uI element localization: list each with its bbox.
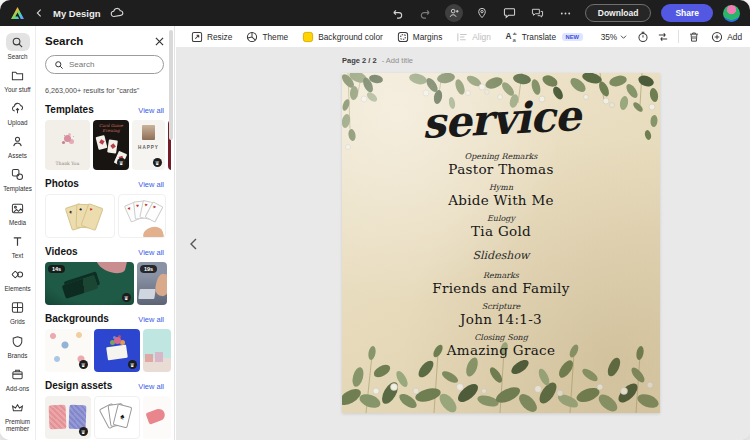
search-input-box[interactable] <box>45 55 164 74</box>
svg-text:a: a <box>512 37 516 43</box>
comment-icon[interactable] <box>501 4 519 22</box>
search-icon <box>6 33 30 51</box>
add-page-button[interactable]: Add <box>704 31 742 43</box>
sidebar-item-premium-member[interactable]: Premium member <box>1 399 35 433</box>
zoom-level-dropdown[interactable]: 35% <box>595 32 634 42</box>
program-item[interactable]: Closing Song Amazing Grace <box>342 333 660 358</box>
card-back-decoration <box>49 405 67 430</box>
user-avatar[interactable] <box>723 5 740 22</box>
program-item[interactable]: Eulogy Tia Gold <box>342 214 660 239</box>
search-input[interactable] <box>69 60 159 69</box>
sidebar-item-add-ons[interactable]: Add-ons <box>1 365 35 392</box>
redo-icon[interactable] <box>417 4 435 22</box>
video-thumbnail-laptop[interactable]: 19s <box>137 262 167 305</box>
laptop-decoration <box>138 289 155 299</box>
sidebar-item-templates[interactable]: Templates <box>1 166 35 193</box>
cloud-sync-icon[interactable] <box>110 7 124 19</box>
view-all-photos-link[interactable]: View all <box>138 180 164 189</box>
background-thumbnail-flower-envelope[interactable]: ♛ <box>94 329 140 372</box>
program-item[interactable]: Hymn Abide With Me <box>342 183 660 208</box>
templates-row: Thank You Card Game Evening ♛ HAPPY ♛ <box>45 120 171 170</box>
premium-crown-badge: ♛ <box>128 360 137 369</box>
view-all-backgrounds-link[interactable]: View all <box>138 315 164 324</box>
panel-collapse-chevron[interactable] <box>189 237 198 250</box>
background-thumbnail-rainbow-pattern[interactable]: ♛ <box>45 329 91 372</box>
program-item[interactable]: Scripture John 14:1-3 <box>342 302 660 327</box>
sidebar-item-search[interactable]: Search <box>1 33 35 60</box>
translate-button[interactable]: A a Translate NEW <box>498 31 590 43</box>
align-button[interactable]: Align <box>449 31 497 43</box>
canvas-area[interactable]: Page 2 / 2 - Add title <box>176 47 750 440</box>
results-count: 6,263,000+ results for "cards" <box>45 86 164 95</box>
transitions-icon[interactable] <box>653 29 673 45</box>
chat-assistant-icon[interactable] <box>529 4 547 22</box>
undo-icon[interactable] <box>389 4 407 22</box>
view-all-design-assets-link[interactable]: View all <box>138 382 164 391</box>
sidebar-item-upload[interactable]: Upload <box>1 99 35 126</box>
sidebar-item-brands[interactable]: Brands <box>1 332 35 359</box>
theme-button[interactable]: Theme <box>239 31 295 43</box>
panel-scrollbar[interactable] <box>169 30 173 436</box>
brands-shield-icon <box>6 332 30 350</box>
video-duration-badge: 14s <box>48 265 65 273</box>
close-icon[interactable] <box>155 37 164 46</box>
sidebar-item-assets[interactable]: Assets <box>1 133 35 160</box>
backgrounds-row: ♛ ♛ <box>45 329 171 372</box>
asset-thumbnail-partial[interactable] <box>143 396 171 439</box>
card-fan-decoration <box>62 275 99 299</box>
design-page[interactable]: service Opening Remarks Pastor Thomas Hy… <box>342 73 660 413</box>
section-title-videos: Videos <box>45 246 78 257</box>
folder-icon <box>6 66 30 84</box>
add-circle-icon <box>711 31 723 43</box>
left-icon-rail: Search Your stuff Upload Assets Template… <box>0 26 36 440</box>
collaborate-icon[interactable] <box>445 4 463 22</box>
sidebar-item-media[interactable]: Media <box>1 199 35 226</box>
delete-page-icon[interactable] <box>684 29 704 45</box>
template-thumbnail-thank-you[interactable]: Thank You <box>45 120 90 170</box>
adobe-express-logo[interactable] <box>10 6 25 20</box>
hand-decoration <box>95 262 128 275</box>
elements-shapes-icon <box>6 266 30 284</box>
premium-crown-badge: ♛ <box>153 158 162 167</box>
resize-button[interactable]: Resize <box>184 31 239 43</box>
card-decoration <box>107 139 118 153</box>
video-thumbnail-card-shuffle[interactable]: 14s ♛ <box>45 262 134 305</box>
background-thumbnail-winter[interactable] <box>143 329 171 372</box>
photo-thumbnail-hand-of-cards[interactable]: ♥ ♥ ♥ ♥ <box>118 194 166 238</box>
sidebar-item-grids[interactable]: Grids <box>1 299 35 326</box>
view-all-templates-link[interactable]: View all <box>138 106 164 115</box>
section-title-templates: Templates <box>45 104 94 115</box>
presence-pin-icon[interactable] <box>473 4 491 22</box>
asset-thumbnail-spade-fan[interactable]: ♠ <box>94 396 140 439</box>
chevron-down-icon <box>620 32 627 42</box>
program-item[interactable]: Opening Remarks Pastor Thomas <box>342 152 660 177</box>
sidebar-item-elements[interactable]: Elements <box>1 266 35 293</box>
photos-row: ♠ ♠ ♥ ♥ ♥ ♥ ♥ <box>45 194 171 238</box>
template-thumbnail-card-game[interactable]: Card Game Evening ♛ <box>93 120 129 170</box>
asset-thumbnail-card-backs[interactable]: ♛ <box>45 396 91 439</box>
resize-icon <box>191 31 203 43</box>
view-all-videos-link[interactable]: View all <box>138 248 164 257</box>
background-color-button[interactable]: Background color <box>295 31 390 43</box>
template-thumbnail-happy[interactable]: HAPPY ♛ <box>132 120 165 170</box>
search-icon <box>54 56 64 74</box>
context-toolbar: Resize Theme Background color Margins <box>176 26 750 47</box>
download-button[interactable]: Download <box>585 4 652 22</box>
program-item[interactable]: Remarks Friends and Family <box>342 271 660 296</box>
sidebar-item-text[interactable]: Text <box>1 232 35 259</box>
back-chevron-icon[interactable] <box>34 8 44 18</box>
program-list: Opening Remarks Pastor Thomas Hymn Abide… <box>342 152 660 358</box>
page-label[interactable]: Page 2 / 2 - Add title <box>342 56 413 65</box>
photo-thumbnail-aces[interactable]: ♠ ♠ ♥ <box>45 194 115 238</box>
card-back-decoration <box>69 405 87 430</box>
program-item[interactable]: Slideshow <box>342 245 660 265</box>
more-options-icon[interactable] <box>557 4 575 22</box>
margins-button[interactable]: Margins <box>390 31 450 43</box>
document-title[interactable]: My Design <box>53 8 101 19</box>
premium-crown-badge: ♛ <box>122 293 131 302</box>
design-assets-row: ♛ ♠ <box>45 396 171 439</box>
flower-decoration <box>64 135 71 142</box>
page-duration-icon[interactable] <box>633 29 653 45</box>
sidebar-item-your-stuff[interactable]: Your stuff <box>1 66 35 93</box>
share-button[interactable]: Share <box>661 4 713 22</box>
